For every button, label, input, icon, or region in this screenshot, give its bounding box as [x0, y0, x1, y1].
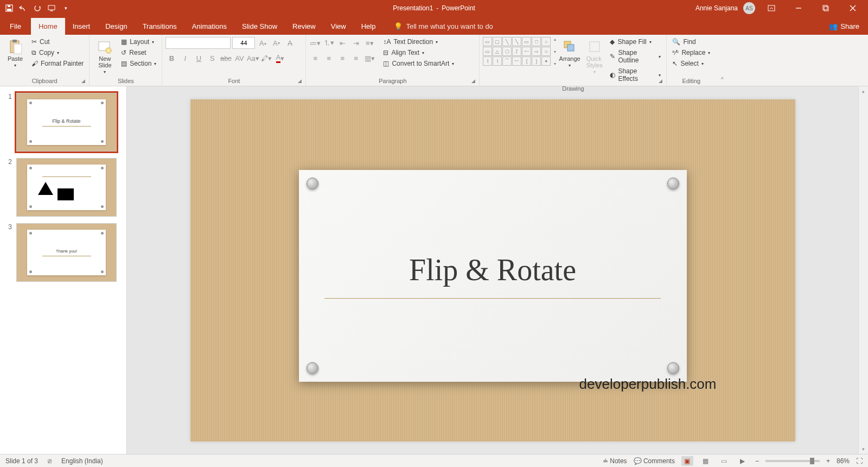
font-launcher-icon[interactable]: ◢ — [298, 78, 304, 85]
vertical-scrollbar[interactable]: ▴ ▾ — [858, 86, 868, 454]
redo-icon[interactable] — [33, 3, 42, 13]
zoom-in-icon[interactable]: + — [826, 457, 830, 465]
tab-insert[interactable]: Insert — [65, 18, 98, 35]
tab-slideshow[interactable]: Slide Show — [234, 18, 285, 35]
clear-formatting-icon[interactable]: A̶ — [284, 37, 296, 49]
close-icon[interactable] — [842, 0, 864, 16]
ribbon-tabs: File Home Insert Design Transitions Anim… — [0, 16, 868, 35]
shapes-gallery[interactable]: ▭▢╲╲▭□○ ▭△⬡⤴⬳⇨☆ ⌇⌇⌒〰{}✦ — [483, 37, 551, 66]
tell-me[interactable]: 💡 Tell me what you want to do — [394, 22, 493, 35]
user-name[interactable]: Annie Sanjana — [695, 4, 738, 12]
sorter-view-icon[interactable]: ▦ — [700, 456, 712, 466]
spacing-icon[interactable]: AV — [233, 52, 245, 64]
slide-canvas[interactable]: Flip & Rotate developerpublish.com — [190, 99, 795, 441]
user-avatar[interactable]: AS — [743, 2, 755, 14]
tab-help[interactable]: Help — [354, 18, 384, 35]
align-center-icon[interactable]: ≡ — [323, 52, 335, 64]
decrease-font-icon[interactable]: A▾ — [270, 37, 282, 49]
replace-button[interactable]: ᵃ⁄ᵇReplace▾ — [670, 48, 712, 58]
font-size-input[interactable] — [232, 37, 255, 49]
normal-view-icon[interactable]: ▣ — [681, 456, 693, 466]
justify-icon[interactable]: ≡ — [350, 52, 362, 64]
slide-title[interactable]: Flip & Rotate — [409, 253, 576, 287]
zoom-out-icon[interactable]: − — [755, 457, 759, 465]
cut-button[interactable]: ✂Cut — [29, 37, 86, 47]
line-spacing-icon[interactable]: ≡▾ — [363, 37, 375, 49]
align-text-button[interactable]: ⊟Align Text▾ — [381, 48, 456, 58]
customize-qat-icon[interactable]: ▾ — [61, 3, 71, 13]
tab-transitions[interactable]: Transitions — [135, 18, 184, 35]
numbering-icon[interactable]: ⒈▾ — [323, 37, 335, 49]
scroll-up-icon[interactable]: ▴ — [862, 89, 865, 94]
scroll-down-icon[interactable]: ▾ — [862, 446, 865, 452]
slide-thumbnail-2[interactable] — [16, 158, 117, 217]
tab-file[interactable]: File — [0, 18, 31, 35]
slide-thumbnail-3[interactable]: Thank you! — [16, 223, 117, 282]
layout-button[interactable]: ▦Layout▾ — [119, 37, 158, 47]
accessibility-icon[interactable]: ⎚ — [48, 457, 52, 465]
slideshow-view-icon[interactable]: ▶ — [737, 456, 749, 466]
paste-button[interactable]: Paste ▾ — [3, 37, 27, 68]
slide-counter[interactable]: Slide 1 of 3 — [5, 457, 38, 465]
tab-view[interactable]: View — [323, 18, 354, 35]
paragraph-launcher-icon[interactable]: ◢ — [471, 78, 478, 85]
shapes-down-icon[interactable]: ▾ — [554, 49, 556, 54]
shape-effects-button[interactable]: ◐Shape Effects▾ — [608, 66, 663, 84]
fit-to-window-icon[interactable]: ⛶ — [856, 457, 863, 465]
language[interactable]: English (India) — [61, 457, 103, 465]
columns-icon[interactable]: ▥▾ — [363, 52, 375, 64]
find-button[interactable]: 🔍Find — [670, 37, 712, 47]
underline-icon[interactable]: U — [193, 52, 205, 64]
align-left-icon[interactable]: ≡ — [309, 52, 321, 64]
smartart-button[interactable]: ◫Convert to SmartArt▾ — [381, 59, 456, 68]
ribbon-display-options-icon[interactable] — [761, 0, 782, 16]
increase-font-icon[interactable]: A▴ — [257, 37, 269, 49]
quick-styles-button[interactable]: Quick Styles ▾ — [583, 37, 606, 74]
save-icon[interactable] — [4, 3, 14, 13]
comments-button[interactable]: 💬 Comments — [634, 457, 675, 465]
text-direction-button[interactable]: ↕AText Direction▾ — [381, 37, 456, 47]
shapes-more-icon[interactable]: ▾ — [554, 61, 556, 66]
bullets-icon[interactable]: ≔▾ — [309, 37, 321, 49]
decrease-indent-icon[interactable]: ⇤ — [336, 37, 348, 49]
copy-button[interactable]: ⧉Copy▾ — [29, 48, 86, 58]
shapes-up-icon[interactable]: ▴ — [554, 37, 556, 42]
increase-indent-icon[interactable]: ⇥ — [350, 37, 362, 49]
undo-icon[interactable] — [18, 3, 28, 13]
tab-review[interactable]: Review — [285, 18, 323, 35]
maximize-icon[interactable] — [815, 0, 837, 16]
zoom-level[interactable]: 86% — [837, 457, 850, 465]
tab-design[interactable]: Design — [98, 18, 135, 35]
italic-icon[interactable]: I — [179, 52, 191, 64]
font-color-icon[interactable]: A▾ — [274, 52, 286, 64]
section-button[interactable]: ▤Section▾ — [119, 59, 158, 68]
reading-view-icon[interactable]: ▭ — [718, 456, 730, 466]
change-case-icon[interactable]: Aa▾ — [247, 52, 259, 64]
notes-button[interactable]: ≐ Notes — [603, 457, 627, 465]
shape-fill-button[interactable]: ◆Shape Fill▾ — [608, 37, 663, 47]
minimize-icon[interactable] — [788, 0, 809, 16]
font-name-input[interactable] — [165, 37, 231, 49]
shape-outline-button[interactable]: ✎Shape Outline▾ — [608, 48, 663, 65]
strikethrough-icon[interactable]: abc — [220, 52, 232, 64]
reset-button[interactable]: ↺Reset — [119, 48, 158, 58]
slide-thumbnail-1[interactable]: Flip & Rotate — [16, 93, 117, 152]
start-from-beginning-icon[interactable] — [47, 3, 56, 13]
group-editing: 🔍Find ᵃ⁄ᵇReplace▾ ↖Select▾ Editing — [667, 35, 716, 86]
collapse-ribbon-icon[interactable]: ^ — [716, 35, 729, 86]
zoom-slider[interactable] — [765, 460, 820, 462]
share-button[interactable]: 👥 Share — [820, 18, 868, 35]
tab-home[interactable]: Home — [31, 18, 65, 35]
select-button[interactable]: ↖Select▾ — [670, 59, 712, 68]
svg-point-15 — [106, 48, 111, 53]
bold-icon[interactable]: B — [165, 52, 177, 64]
new-slide-button[interactable]: New Slide ▾ — [93, 37, 117, 74]
highlight-icon[interactable]: 🖍▾ — [260, 52, 272, 64]
drawing-launcher-icon[interactable]: ◢ — [659, 78, 665, 85]
align-right-icon[interactable]: ≡ — [336, 52, 348, 64]
format-painter-button[interactable]: 🖌Format Painter — [29, 59, 86, 68]
arrange-button[interactable]: Arrange ▾ — [558, 37, 581, 68]
tab-animations[interactable]: Animations — [184, 18, 234, 35]
clipboard-launcher-icon[interactable]: ◢ — [81, 78, 88, 85]
shadow-icon[interactable]: S — [206, 52, 218, 64]
